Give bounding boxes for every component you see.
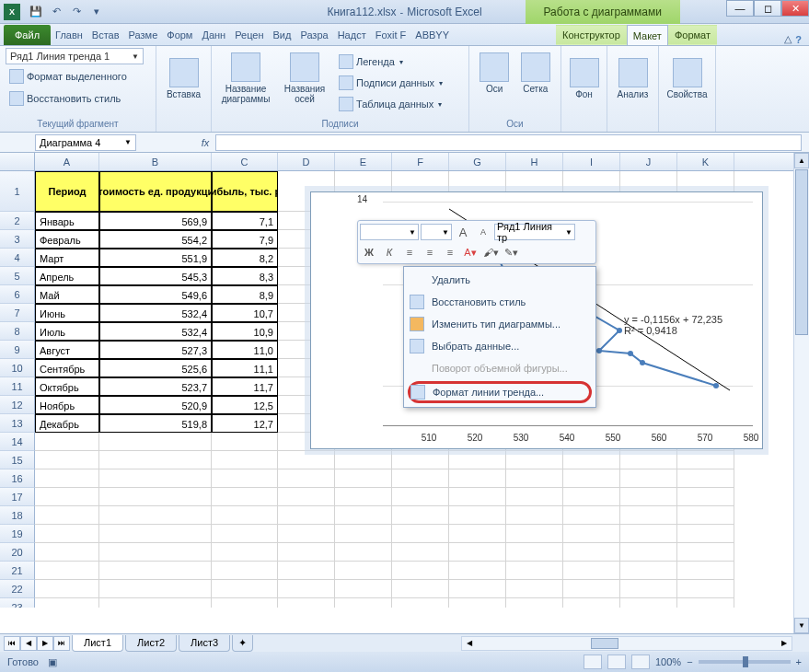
bold-button[interactable]: Ж [360,244,378,261]
row-header-8[interactable]: 8 [0,322,35,341]
undo-button[interactable]: ↶ [48,4,64,20]
column-header-B[interactable]: B [99,153,212,170]
context-tab-Формат[interactable]: Формат [668,25,717,45]
cell-F22[interactable] [392,580,449,598]
cell-A1[interactable]: Период [35,171,99,212]
cell-A13[interactable]: Декабрь [35,414,99,433]
cell-J23[interactable] [620,598,677,608]
row-header-1[interactable]: 1 [0,171,35,212]
sheet-nav-next[interactable]: ▶ [37,636,53,651]
cell-E18[interactable] [335,506,392,525]
cell-H16[interactable] [506,469,563,488]
cell-A23[interactable] [35,598,99,608]
cell-E19[interactable] [335,525,392,543]
cell-C5[interactable]: 8,3 [212,267,278,285]
cell-B3[interactable]: 554,2 [99,230,212,249]
ctx-format-trendline[interactable]: Формат линии тренда... [408,381,592,403]
close-button[interactable]: ✕ [781,0,809,17]
cell-D18[interactable] [278,506,335,525]
cell-I15[interactable] [563,451,620,469]
fx-button[interactable]: fx [195,137,215,148]
row-header-18[interactable]: 18 [0,506,35,525]
minimize-button[interactable]: — [726,0,754,17]
cell-J16[interactable] [620,469,677,488]
cell-G21[interactable] [449,562,506,580]
align-right-button[interactable]: ≡ [441,244,459,261]
sheet-tab-Лист1[interactable]: Лист1 [72,635,123,652]
cell-C16[interactable] [212,469,278,488]
formula-input[interactable] [215,134,802,151]
cell-I20[interactable] [563,543,620,562]
cell-C6[interactable]: 8,9 [212,285,278,304]
row-header-10[interactable]: 10 [0,359,35,377]
cell-C1[interactable]: Прибыль, тыс. руб [212,171,278,212]
cell-G16[interactable] [449,469,506,488]
ctx-delete[interactable]: Удалить [406,269,594,291]
cell-C21[interactable] [212,562,278,580]
fill-color-button[interactable]: 🖌▾ [481,244,500,261]
cell-B1[interactable]: Себестоимость ед. продукции, руб [99,171,212,212]
format-selection-button[interactable]: Формат выделенного [6,66,131,87]
page-layout-view-button[interactable] [607,655,626,669]
horizontal-scrollbar[interactable]: ◀ ▶ [461,636,792,651]
select-all-button[interactable] [0,153,35,170]
row-header-23[interactable]: 23 [0,598,35,608]
cell-I17[interactable] [563,488,620,506]
align-left-button[interactable]: ≡ [400,244,419,261]
sheet-nav-prev[interactable]: ◀ [20,636,37,651]
cell-F16[interactable] [392,469,449,488]
column-header-D[interactable]: D [278,153,335,170]
cell-G18[interactable] [449,506,506,525]
cell-I19[interactable] [563,525,620,543]
background-button[interactable]: Фон [567,56,601,121]
column-header-A[interactable]: A [35,153,99,170]
cell-K20[interactable] [677,543,734,562]
sheet-tab-Лист3[interactable]: Лист3 [179,635,230,652]
cell-J15[interactable] [620,451,677,469]
row-header-2[interactable]: 2 [0,212,35,230]
legend-button[interactable]: Легенда▾ [335,52,446,72]
row-header-4[interactable]: 4 [0,249,35,267]
cell-I22[interactable] [563,580,620,598]
gridlines-button[interactable]: Сетка [516,51,556,115]
cell-B22[interactable] [99,580,212,598]
zoom-slider[interactable] [699,660,791,664]
cell-H15[interactable] [506,451,563,469]
cell-C18[interactable] [212,506,278,525]
cell-E21[interactable] [335,562,392,580]
chart-plot-area[interactable]: 14 510520530540550560570580 y = -0,1156x… [311,192,762,448]
save-button[interactable]: 💾 [28,4,44,20]
cell-C22[interactable] [212,580,278,598]
cell-B5[interactable]: 545,3 [99,267,212,285]
insert-button[interactable]: Вставка [162,56,205,121]
ribbon-tab-8[interactable]: Надст [333,25,371,45]
vertical-scrollbar[interactable]: ▲ ▼ [793,153,809,633]
hscroll-thumb[interactable] [591,638,618,649]
cell-C14[interactable] [212,433,278,451]
cell-C20[interactable] [212,543,278,562]
cell-B14[interactable] [99,433,212,451]
cell-D16[interactable] [278,469,335,488]
row-header-9[interactable]: 9 [0,341,35,359]
column-header-H[interactable]: H [506,153,563,170]
cell-A17[interactable] [35,488,99,506]
cell-D22[interactable] [278,580,335,598]
sheet-tab-Лист2[interactable]: Лист2 [125,635,177,652]
cell-K17[interactable] [677,488,734,506]
cell-A22[interactable] [35,580,99,598]
hscroll-left-button[interactable]: ◀ [462,639,477,647]
data-table-button[interactable]: Таблица данных▾ [335,94,446,114]
maximize-button[interactable]: ◻ [754,0,781,17]
cell-D23[interactable] [278,598,335,608]
normal-view-button[interactable] [584,655,602,669]
cell-A20[interactable] [35,543,99,562]
cell-A15[interactable] [35,451,99,469]
cell-F20[interactable] [392,543,449,562]
cell-A2[interactable]: Январь [35,212,99,230]
cell-C3[interactable]: 7,9 [212,230,278,249]
cell-D21[interactable] [278,562,335,580]
chart-element-selector[interactable]: Ряд1 Линия тренда 1 ▼ [6,48,144,64]
cell-H18[interactable] [506,506,563,525]
cell-A18[interactable] [35,506,99,525]
cell-J18[interactable] [620,506,677,525]
